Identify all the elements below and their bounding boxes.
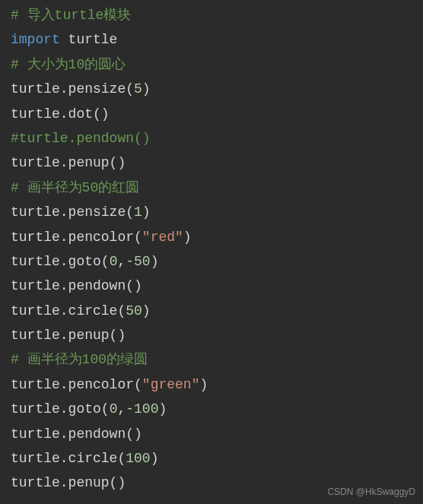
code-text: turtle.pendown() bbox=[11, 278, 142, 293]
string-literal: "red" bbox=[142, 230, 183, 245]
code-text: ) bbox=[151, 451, 159, 466]
code-text: turtle.goto( bbox=[11, 254, 110, 269]
code-line: turtle.pencolor("red") bbox=[11, 225, 412, 249]
code-line: turtle.pensize(5) bbox=[11, 77, 412, 101]
code-text: turtle.dot() bbox=[11, 106, 110, 122]
code-line: turtle.pendown() bbox=[11, 274, 412, 298]
comment: # 导入turtle模块 bbox=[11, 8, 131, 23]
code-line: turtle.goto(0,-50) bbox=[11, 249, 412, 274]
number-literal: 100 bbox=[126, 451, 150, 466]
code-text: ) bbox=[183, 230, 192, 245]
code-text: ) bbox=[158, 401, 167, 417]
code-line: turtle.dot() bbox=[11, 102, 412, 126]
number-literal: -50 bbox=[126, 254, 150, 269]
keyword-import: import bbox=[11, 32, 60, 47]
code-text: turtle.pensize( bbox=[11, 81, 134, 97]
code-line: turtle.pencolor("green") bbox=[11, 372, 412, 397]
code-text: ) bbox=[151, 254, 159, 269]
code-line: turtle.circle(100) bbox=[11, 446, 412, 471]
code-line: turtle.penup() bbox=[11, 323, 412, 347]
code-text: ) bbox=[142, 204, 151, 220]
code-line: turtle.circle(50) bbox=[11, 299, 412, 323]
code-text: turtle.penup() bbox=[11, 155, 126, 170]
code-text: turtle.pencolor( bbox=[11, 230, 142, 245]
comment: #turtle.pendown() bbox=[11, 131, 151, 146]
number-literal: 0 bbox=[110, 401, 118, 417]
code-text: ) bbox=[199, 377, 208, 392]
code-text: turtle.penup() bbox=[11, 328, 126, 343]
watermark: CSDN @HkSwaggyD bbox=[327, 484, 415, 501]
code-line: turtle.penup() bbox=[11, 151, 412, 175]
code-editor[interactable]: # 导入turtle模块 import turtle # 大小为10的圆心 tu… bbox=[11, 3, 412, 496]
code-line: # 画半径为100的绿圆 bbox=[11, 347, 412, 372]
number-literal: 50 bbox=[126, 303, 142, 319]
comment: # 大小为10的圆心 bbox=[11, 57, 126, 72]
code-line: # 画半径为50的红圆 bbox=[11, 176, 412, 200]
code-text: , bbox=[117, 254, 126, 269]
code-line: # 导入turtle模块 bbox=[11, 3, 412, 27]
comment: # 画半径为100的绿圆 bbox=[11, 352, 148, 367]
code-line: turtle.goto(0,-100) bbox=[11, 397, 412, 421]
string-literal: "green" bbox=[142, 377, 200, 392]
code-text: turtle.circle( bbox=[11, 303, 126, 319]
code-text: turtle.circle( bbox=[11, 451, 126, 466]
code-line: import turtle bbox=[11, 27, 412, 52]
number-literal: 0 bbox=[110, 254, 118, 269]
number-literal: 1 bbox=[134, 204, 142, 220]
code-line: #turtle.pendown() bbox=[11, 126, 412, 151]
code-line: turtle.pensize(1) bbox=[11, 200, 412, 224]
comment: # 画半径为50的红圆 bbox=[11, 180, 139, 195]
number-literal: -100 bbox=[126, 401, 158, 417]
number-literal: 5 bbox=[134, 81, 142, 97]
code-line: turtle.pendown() bbox=[11, 422, 412, 446]
code-text: turtle.pensize( bbox=[11, 204, 134, 220]
code-text: turtle.pencolor( bbox=[11, 377, 142, 392]
code-text: ) bbox=[142, 303, 151, 319]
code-text: turtle.goto( bbox=[11, 401, 110, 417]
code-text: turtle.pendown() bbox=[11, 426, 142, 442]
module-name: turtle bbox=[60, 32, 118, 47]
code-text: , bbox=[117, 401, 126, 417]
code-text: turtle.penup() bbox=[11, 475, 126, 490]
code-line: # 大小为10的圆心 bbox=[11, 52, 412, 77]
code-text: ) bbox=[142, 81, 151, 97]
